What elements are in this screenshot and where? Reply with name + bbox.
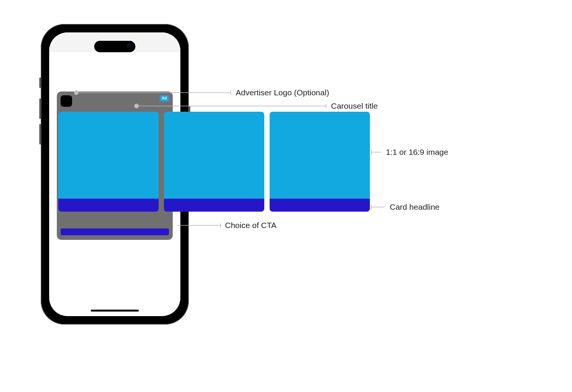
carousel-card[interactable] xyxy=(164,112,264,212)
advertiser-logo-placeholder xyxy=(61,95,72,107)
ad-badge: Ad xyxy=(160,95,169,101)
phone-mute-switch xyxy=(39,77,41,88)
phone-volume-down xyxy=(39,124,41,145)
card-headline-placeholder xyxy=(270,199,370,212)
cta-button-placeholder[interactable] xyxy=(61,228,169,235)
callout-label: Advertiser Logo (Optional) xyxy=(236,88,329,97)
carousel-cards[interactable] xyxy=(58,112,370,212)
ad-header: Ad xyxy=(61,95,169,107)
card-image-placeholder xyxy=(270,112,370,199)
dynamic-island xyxy=(94,41,135,52)
callout-label: Card headline xyxy=(390,202,440,212)
callout-dot-advertiser-logo xyxy=(74,90,79,95)
card-headline-placeholder xyxy=(164,199,264,212)
callout-label: Choice of CTA xyxy=(225,221,276,230)
carousel-card[interactable] xyxy=(58,112,159,212)
callout-dot-carousel-title xyxy=(134,104,139,108)
card-image-placeholder xyxy=(58,112,159,199)
card-image-placeholder xyxy=(164,112,264,199)
card-headline-placeholder xyxy=(58,199,159,212)
home-indicator xyxy=(91,310,139,312)
callout-label: Carousel title xyxy=(331,101,378,111)
diagram-stage: Ad Advertiser Logo xyxy=(0,0,572,392)
carousel-card[interactable] xyxy=(270,112,370,212)
callout-label: 1:1 or 16:9 image xyxy=(386,148,448,157)
phone-volume-up xyxy=(39,98,41,119)
